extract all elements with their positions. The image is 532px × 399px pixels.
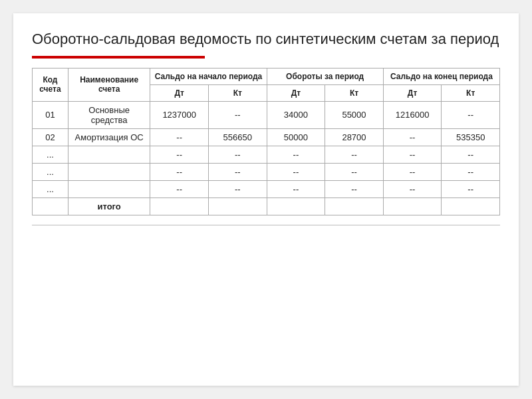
cell-name xyxy=(68,163,150,180)
cell-saldo-dt: -- xyxy=(150,180,209,198)
col-header-kod: Код счета xyxy=(33,68,68,101)
table-row: 01Основные средства1237000--340005500012… xyxy=(33,101,500,128)
cell-kod: 02 xyxy=(33,128,68,146)
page-title: Оборотно-сальдовая ведомость по синтетич… xyxy=(32,29,500,49)
cell-ob-kt: -- xyxy=(325,146,384,163)
subheader-end-dt: Дт xyxy=(383,84,442,101)
cell-saldo-kt: 556650 xyxy=(209,128,267,146)
cell-kod: ... xyxy=(33,163,68,180)
itogo-cell xyxy=(209,198,267,215)
table-row: ...------------ xyxy=(33,146,500,163)
col-header-name: Наименование счета xyxy=(68,68,150,101)
cell-end-dt: 1216000 xyxy=(383,101,442,128)
cell-saldo-kt: -- xyxy=(209,163,267,180)
table-row: 02Амортизация ОС--5566505000028700--5353… xyxy=(33,128,500,146)
cell-saldo-kt: -- xyxy=(209,180,267,198)
itogo-cell xyxy=(267,198,325,215)
cell-ob-dt: 50000 xyxy=(267,128,325,146)
col-header-oboroty: Обороты за период xyxy=(267,68,383,84)
itogo-cell xyxy=(442,198,500,215)
table-row: ...------------ xyxy=(33,180,500,198)
cell-end-dt: -- xyxy=(383,163,442,180)
cell-name xyxy=(68,180,150,198)
cell-end-kt: -- xyxy=(442,101,500,128)
cell-ob-kt: 28700 xyxy=(325,128,384,146)
cell-saldo-kt: -- xyxy=(209,101,267,128)
cell-kod: 01 xyxy=(33,101,68,128)
cell-saldo-dt: -- xyxy=(150,163,209,180)
itogo-label: итого xyxy=(68,198,150,215)
cell-ob-kt: 55000 xyxy=(325,101,384,128)
cell-kod: ... xyxy=(33,146,68,163)
bottom-line xyxy=(32,225,500,225)
cell-end-kt: -- xyxy=(442,180,500,198)
cell-saldo-kt: -- xyxy=(209,146,267,163)
subheader-saldo-start-dt: Дт xyxy=(150,84,209,101)
cell-end-kt: 535350 xyxy=(442,128,500,146)
cell-kod: ... xyxy=(33,180,68,198)
cell-ob-dt: 34000 xyxy=(267,101,325,128)
subheader-end-kt: Кт xyxy=(442,84,500,101)
main-table: Код счета Наименование счета Сальдо на н… xyxy=(32,68,500,215)
cell-name: Основные средства xyxy=(68,101,150,128)
cell-end-dt: -- xyxy=(383,146,442,163)
cell-end-dt: -- xyxy=(383,180,442,198)
itogo-cell xyxy=(383,198,442,215)
cell-saldo-dt: 1237000 xyxy=(150,101,209,128)
page: Оборотно-сальдовая ведомость по синтетич… xyxy=(13,13,519,386)
cell-end-dt: -- xyxy=(383,128,442,146)
itogo-cell xyxy=(150,198,209,215)
col-header-saldo-start: Сальдо на начало периода xyxy=(150,68,267,84)
itogo-cell xyxy=(325,198,384,215)
col-header-saldo-end: Сальдо на конец периода xyxy=(383,68,499,84)
cell-name xyxy=(68,146,150,163)
cell-ob-kt: -- xyxy=(325,180,384,198)
cell-ob-dt: -- xyxy=(267,180,325,198)
subheader-ob-dt: Дт xyxy=(267,84,325,101)
cell-end-kt: -- xyxy=(442,146,500,163)
cell-saldo-dt: -- xyxy=(150,128,209,146)
cell-ob-dt: -- xyxy=(267,163,325,180)
table-row: ...------------ xyxy=(33,163,500,180)
cell-end-kt: -- xyxy=(442,163,500,180)
itogo-row: итого xyxy=(33,198,500,215)
subheader-ob-kt: Кт xyxy=(325,84,384,101)
itogo-kod xyxy=(33,198,68,215)
cell-saldo-dt: -- xyxy=(150,146,209,163)
red-accent-line xyxy=(32,56,205,59)
cell-name: Амортизация ОС xyxy=(68,128,150,146)
cell-ob-dt: -- xyxy=(267,146,325,163)
subheader-saldo-start-kt: Кт xyxy=(209,84,267,101)
cell-ob-kt: -- xyxy=(325,163,384,180)
